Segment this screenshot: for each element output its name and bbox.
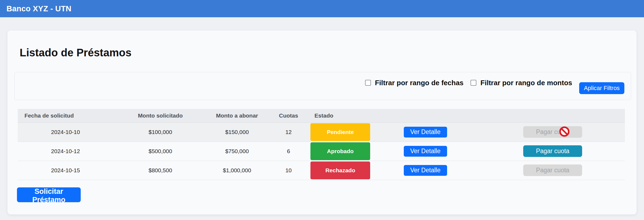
cell-detail: Ver Detalle xyxy=(370,142,480,161)
solicitar-prestamo-button[interactable]: Solicitar Préstamo xyxy=(17,187,81,202)
cell-estado: Rechazado xyxy=(310,161,370,180)
status-badge: Pendiente xyxy=(310,123,370,141)
pagar-cuota-button[interactable]: Pagar cuota xyxy=(523,145,582,157)
navbar: Banco XYZ - UTN xyxy=(0,0,644,17)
cell-cuotas: 6 xyxy=(267,142,310,161)
cell-fecha: 2024-10-15 xyxy=(18,161,113,180)
cell-monto-abonar: $150,000 xyxy=(207,122,267,142)
filter-amount-range-checkbox[interactable] xyxy=(470,80,476,86)
filter-date-range-checkbox-group[interactable]: Filtrar por rango de fechas xyxy=(365,79,463,87)
cell-monto-abonar: $750,000 xyxy=(207,142,267,161)
cell-estado: Aprobado xyxy=(310,142,370,161)
filter-date-range-checkbox[interactable] xyxy=(365,80,371,86)
cell-detail: Ver Detalle xyxy=(370,161,480,180)
navbar-title: Banco XYZ - UTN xyxy=(6,4,71,13)
cell-pay: Pagar cuota xyxy=(480,161,625,180)
header-monto-abonar: Monto a abonar xyxy=(207,109,267,122)
cell-monto-solicitado: $100,000 xyxy=(113,122,207,142)
cell-pay: Pagar cuota xyxy=(480,142,625,161)
ver-detalle-button[interactable]: Ver Detalle xyxy=(404,146,447,157)
page-title: Listado de Préstamos xyxy=(20,47,631,58)
table-row: 2024-10-10 $100,000 $150,000 12 Pendient… xyxy=(18,122,625,142)
cell-detail: Ver Detalle xyxy=(370,122,480,142)
cell-monto-solicitado: $800,500 xyxy=(113,161,207,180)
ver-detalle-button[interactable]: Ver Detalle xyxy=(404,127,447,138)
pagar-cuota-button: Pagar cuota xyxy=(523,126,582,138)
cell-cuotas: 12 xyxy=(267,122,310,142)
header-monto-solicitado: Monto solicitado xyxy=(113,109,207,122)
status-badge: Aprobado xyxy=(310,142,370,160)
loans-card: Listado de Préstamos Filtrar por rango d… xyxy=(7,30,637,215)
table-row: 2024-10-12 $500,000 $750,000 6 Aprobado … xyxy=(18,142,625,161)
filter-amount-range-label: Filtrar por rango de montos xyxy=(480,79,572,87)
header-estado: Estado xyxy=(310,109,370,122)
header-actions-spacer-2 xyxy=(480,109,625,122)
cell-estado: Pendiente xyxy=(310,122,370,142)
table-header-row: Fecha de solicitud Monto solicitado Mont… xyxy=(18,109,625,122)
cell-pay: Pagar cuota xyxy=(480,122,625,142)
filters-panel: Filtrar por rango de fechas Filtrar por … xyxy=(14,72,631,100)
apply-filters-button[interactable]: Aplicar Filtros xyxy=(579,82,624,94)
cell-fecha: 2024-10-12 xyxy=(18,142,113,161)
filter-date-range-label: Filtrar por rango de fechas xyxy=(375,79,463,87)
cell-monto-abonar: $1,000,000 xyxy=(207,161,267,180)
cell-fecha: 2024-10-10 xyxy=(18,122,113,142)
pagar-cuota-button: Pagar cuota xyxy=(523,164,582,176)
loans-table: Fecha de solicitud Monto solicitado Mont… xyxy=(18,109,625,180)
cell-cuotas: 10 xyxy=(267,161,310,180)
status-badge: Rechazado xyxy=(310,161,370,179)
header-fecha-solicitud: Fecha de solicitud xyxy=(18,109,113,122)
header-actions-spacer-1 xyxy=(370,109,480,122)
table-row: 2024-10-15 $800,500 $1,000,000 10 Rechaz… xyxy=(18,161,625,180)
ver-detalle-button[interactable]: Ver Detalle xyxy=(404,165,447,176)
cell-monto-solicitado: $500,000 xyxy=(113,142,207,161)
header-cuotas: Cuotas xyxy=(267,109,310,122)
filter-amount-range-checkbox-group[interactable]: Filtrar por rango de montos xyxy=(470,79,572,87)
